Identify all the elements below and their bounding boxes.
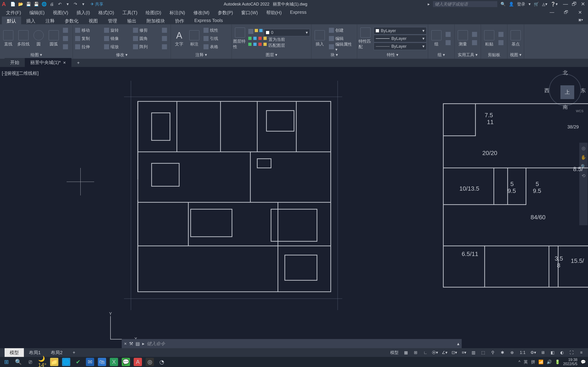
color-dropdown[interactable]: ByLayer▾ xyxy=(374,27,426,34)
mail-icon[interactable]: ✉ xyxy=(86,358,94,366)
wifi-icon[interactable]: 📶 xyxy=(538,359,544,365)
autodesk-icon[interactable]: ◬▾ xyxy=(542,2,547,7)
linear-button[interactable]: 线性 xyxy=(203,26,230,34)
tracking-icon[interactable]: ⊡▾ xyxy=(451,349,458,356)
undo-drop-icon[interactable]: ▾ xyxy=(65,1,70,7)
monitor-icon[interactable]: 🖥 xyxy=(539,349,546,356)
tab-layout2[interactable]: 布局2 xyxy=(46,348,68,357)
util-tool-icon[interactable] xyxy=(471,31,479,38)
layer-tool-icon[interactable] xyxy=(253,43,257,46)
wechat-icon[interactable]: 💬 xyxy=(122,358,130,366)
new-icon[interactable]: 📄 xyxy=(10,1,16,7)
annoadd-icon[interactable]: ⊕ xyxy=(509,349,516,356)
saveas-icon[interactable]: 💾 xyxy=(34,1,39,7)
menu-param[interactable]: 参数(P) xyxy=(214,8,237,17)
login-button[interactable]: 登录 xyxy=(517,1,525,7)
scale-display[interactable]: 1:1 xyxy=(519,350,527,355)
app-icon[interactable]: ◔ xyxy=(157,358,166,366)
customize-icon[interactable]: ≡ xyxy=(578,349,585,356)
blockinsert-button[interactable]: 插入 xyxy=(313,26,327,51)
obs-icon[interactable]: ◎ xyxy=(146,358,154,366)
copy-icon[interactable] xyxy=(498,39,506,47)
ribbon-arrow-icon[interactable]: ▸ xyxy=(428,2,430,7)
menu-dim[interactable]: 标注(N) xyxy=(165,8,189,17)
menu-window[interactable]: 窗口(W) xyxy=(237,8,262,17)
menu-view[interactable]: 视图(V) xyxy=(49,8,72,17)
store-icon[interactable]: 🛍 xyxy=(98,358,106,366)
menu-insert[interactable]: 插入(I) xyxy=(72,8,94,17)
close-icon[interactable]: ✕ xyxy=(63,61,66,65)
rotate-button[interactable]: 旋转 xyxy=(103,26,131,34)
layerprops-button[interactable]: 图层特性 xyxy=(233,26,247,51)
cmdline-up-icon[interactable]: ▴ xyxy=(457,341,459,346)
taskview-icon[interactable]: ⎚ xyxy=(26,358,35,366)
tab-param[interactable]: 参数化 xyxy=(60,17,84,24)
panel-util-label[interactable]: 实用工具 ▾ xyxy=(456,52,479,58)
lineweight-icon[interactable]: ≡▾ xyxy=(460,349,467,356)
setcurrent-button[interactable]: 置为当前 xyxy=(268,37,285,42)
linetype-dropdown[interactable]: ByLayer▾ xyxy=(374,43,426,50)
save-icon[interactable]: 💾 xyxy=(26,1,31,7)
explode-button[interactable] xyxy=(161,35,169,42)
layer-tool-icon[interactable] xyxy=(263,43,267,46)
start-icon[interactable]: ⊞ xyxy=(2,358,10,366)
text-button[interactable]: A文字 xyxy=(172,26,186,51)
layer-tool-icon[interactable] xyxy=(258,37,262,40)
tab-collab[interactable]: 协作 xyxy=(170,17,189,24)
trim-button[interactable]: 修剪 xyxy=(132,26,160,34)
offset-button[interactable] xyxy=(161,43,169,51)
osnap-icon[interactable]: ∠▾ xyxy=(441,349,448,356)
menu-modify[interactable]: 修改(M) xyxy=(189,8,214,17)
scale-button[interactable]: 缩放 xyxy=(103,43,131,51)
doctab-start[interactable]: 开始 xyxy=(5,58,25,67)
weather-icon[interactable]: 🌙 14° xyxy=(38,358,46,366)
doc-restore-icon[interactable]: 🗗 xyxy=(560,8,573,17)
doc-minimize-icon[interactable]: — xyxy=(545,8,558,17)
hardware-icon[interactable]: ◐ xyxy=(559,349,565,356)
group-button[interactable]: 组 xyxy=(430,26,443,51)
tab-insert[interactable]: 插入 xyxy=(21,17,40,24)
panel-view-label[interactable]: 视图 ▾ xyxy=(509,52,523,58)
status-model[interactable]: 模型 xyxy=(389,350,400,355)
doctab-active[interactable]: 丽景中央城(1)*✕ xyxy=(25,58,71,67)
layer-tool-icon[interactable] xyxy=(248,43,251,46)
blockcreate-button[interactable]: 创建 xyxy=(328,26,355,34)
tab-manage[interactable]: 管理 xyxy=(103,17,122,24)
help-icon[interactable]: ❔▾ xyxy=(551,2,558,7)
plot-icon[interactable]: 🖨 xyxy=(49,1,55,7)
cart-icon[interactable]: 🛒 xyxy=(534,2,539,7)
panel-layer-label[interactable]: 图层 ▾ xyxy=(233,52,310,58)
move-button[interactable]: 移动 xyxy=(74,26,102,34)
matchprops-button[interactable]: 特性匹配 xyxy=(359,26,372,51)
blockeditattr-button[interactable]: 编辑属性 ▾ xyxy=(328,43,355,51)
group-tool-icon[interactable] xyxy=(445,39,453,47)
viewport-label[interactable]: [-][俯视][二维线框] xyxy=(2,70,39,76)
tab-annotate[interactable]: 注释 xyxy=(40,17,60,24)
open-icon[interactable]: 📂 xyxy=(18,1,23,7)
dim-button[interactable]: 标注 xyxy=(187,26,201,51)
leader-button[interactable]: 引线 xyxy=(203,35,230,42)
array-button[interactable]: 阵列 xyxy=(132,43,160,51)
snap-icon[interactable]: ⊞ xyxy=(412,349,419,356)
undo-icon[interactable]: ↶ xyxy=(57,1,62,7)
battery-icon[interactable]: 🔋 xyxy=(555,359,560,365)
search-icon[interactable]: 🔍 xyxy=(14,358,23,366)
redo-icon[interactable]: ↷ xyxy=(73,1,78,7)
panel-draw-label[interactable]: 绘图 ▾ xyxy=(1,52,71,58)
excel-icon[interactable]: X xyxy=(110,358,118,366)
layer-dropdown[interactable]: 0▾ xyxy=(264,29,310,36)
menu-draw[interactable]: 绘图(D) xyxy=(141,8,165,17)
panel-annotate-label[interactable]: 注释 ▾ xyxy=(172,52,230,58)
line-button[interactable]: 直线 xyxy=(1,26,15,51)
layer-tool-icon[interactable] xyxy=(253,37,257,40)
tab-addon[interactable]: 附加模块 xyxy=(141,17,170,24)
stretch-button[interactable]: 拉伸 xyxy=(74,43,102,51)
menu-edit[interactable]: 编辑(E) xyxy=(25,8,49,17)
mirror-button[interactable]: 镜像 xyxy=(103,35,131,42)
ribbon-collapse-icon[interactable]: ▣▾ xyxy=(573,17,588,24)
menu-tools[interactable]: 工具(T) xyxy=(118,8,142,17)
grid-icon[interactable]: ▦ xyxy=(403,349,409,356)
erase-button[interactable] xyxy=(161,26,169,34)
notifications-icon[interactable]: 💬 xyxy=(581,359,586,365)
tab-add-layout[interactable]: + xyxy=(68,349,80,357)
